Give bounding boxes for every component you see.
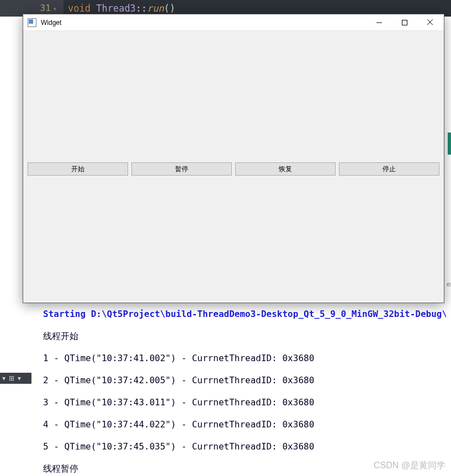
output-line: 线程开始	[43, 331, 451, 342]
watermark-text: CSDN @是黄同学	[374, 460, 445, 472]
output-line: 2 - QTime("10:37:42.005") - CurrnetThrea…	[43, 375, 451, 386]
ide-edge-marker	[448, 133, 451, 155]
close-button[interactable]	[417, 14, 443, 31]
line-number: 31	[40, 3, 51, 13]
fold-arrow-icon[interactable]: ▾	[53, 5, 57, 13]
close-icon	[427, 19, 433, 25]
window-app-icon	[28, 18, 36, 27]
starting-line: Starting D:\Qt5Project\build-ThreadDemo3…	[43, 309, 446, 320]
code-scope-op: ::	[136, 3, 147, 14]
dropdown-arrow-icon[interactable]: ▾	[18, 374, 21, 382]
output-panel-controls: ▾ ⊞ ▾	[0, 373, 31, 384]
minimize-icon	[376, 20, 382, 25]
code-class: Thread3	[96, 3, 136, 14]
code-keyword: void	[68, 3, 91, 14]
maximize-icon	[402, 20, 407, 25]
window-title: Widget	[41, 19, 367, 27]
code-content[interactable]: void Thread3::run()	[63, 3, 176, 14]
start-button[interactable]: 开始	[28, 162, 128, 176]
window-titlebar[interactable]: Widget	[23, 14, 444, 31]
minimize-button[interactable]	[367, 14, 392, 31]
stop-button[interactable]: 停止	[339, 162, 439, 176]
output-line: 1 - QTime("10:37:41.002") - CurrnetThrea…	[43, 353, 451, 364]
layout-icon[interactable]: ⊞	[9, 374, 14, 382]
output-line: 3 - QTime("10:37:43.011") - CurrnetThrea…	[43, 397, 451, 408]
output-line: 4 - QTime("10:37:44.022") - CurrnetThrea…	[43, 419, 451, 430]
widget-window: Widget 开始 暂停 恢复 停止	[23, 14, 444, 303]
svg-rect-1	[402, 20, 407, 25]
dropdown-arrow-icon[interactable]: ▾	[2, 374, 6, 382]
maximize-button[interactable]	[392, 14, 417, 31]
code-function: run	[147, 3, 164, 14]
output-line: 5 - QTime("10:37:45.035") - CurrnetThrea…	[43, 441, 451, 452]
window-client-area: 开始 暂停 恢复 停止	[23, 31, 444, 303]
resume-button[interactable]: 恢复	[235, 162, 336, 176]
button-row: 开始 暂停 恢复 停止	[28, 162, 439, 176]
application-output[interactable]: Starting D:\Qt5Project\build-ThreadDemo3…	[43, 298, 451, 476]
code-parens: ()	[164, 3, 175, 14]
pause-button[interactable]: 暂停	[131, 162, 232, 176]
ide-edge-text: em	[447, 280, 451, 289]
